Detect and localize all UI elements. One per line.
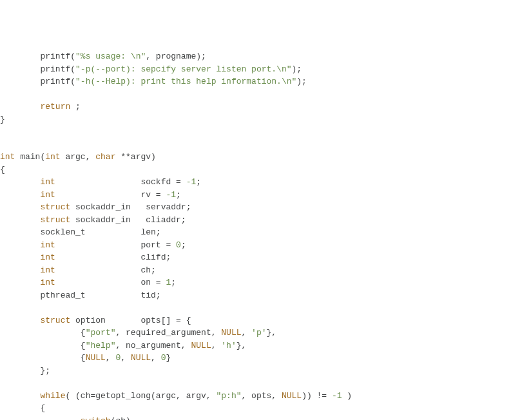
code-line [0,126,531,138]
token-func: printf [40,77,70,86]
token-punct: main( [15,152,45,162]
token-type: int [40,190,55,200]
token-str: "port" [86,328,116,338]
token-type: char [95,152,115,162]
code-line: }; [0,365,531,377]
token-punct: , [121,353,131,363]
token-const: NULL [282,391,302,401]
token-punct: sockaddr_in cliaddr; [70,215,186,225]
token-str: "-p(--port): sepcify server listen port.… [75,64,291,74]
token-punct: ); [296,77,307,86]
code-line [0,138,531,151]
code-line: { [0,402,531,415]
token-punct: , [151,353,161,363]
code-line: {"port", required_argument, NULL, 'p'}, [0,327,531,339]
code-line: switch(ch) [0,415,531,421]
code-line: struct sockaddr_in cliaddr; [0,214,531,227]
code-line: struct option opts[] = { [0,314,531,327]
token-const: NULL [131,353,151,363]
code-line: printf("-p(--port): sepcify server liste… [0,63,531,76]
token-punct: ; [196,177,201,187]
token-punct: sockfd = [55,177,186,187]
token-str: "%s usage: \n" [75,52,146,61]
code-line: int rv = -1; [0,189,531,202]
token-punct: ( [70,64,75,74]
code-line: } [0,113,531,126]
token-kw: struct [40,316,70,325]
token-const: NULL [86,353,106,363]
code-line: socklen_t len; [0,226,531,239]
token-const: NULL [221,328,241,338]
token-punct: port = [55,240,176,250]
token-punct: { [81,353,86,363]
token-punct: rv = [55,190,166,200]
token-punct: ch; [55,265,156,275]
token-punct: , required_argument, [115,328,221,338]
code-line: {"help", no_argument, NULL, 'h'}, [0,339,531,352]
token-const: NULL [191,341,211,350]
token-kw: return [40,102,70,111]
code-line: int port = 0; [0,239,531,252]
token-kw: struct [40,215,70,225]
token-func: printf [40,52,70,61]
token-punct: { [40,403,45,413]
token-num: -1 [186,177,197,187]
token-type: int [40,278,55,287]
token-punct: , progname); [146,52,206,61]
code-line [0,301,531,314]
token-punct: } [0,115,5,124]
code-block: printf("%s usage: \n", progname); printf… [0,50,531,420]
token-num: 0 [161,353,166,363]
code-line: int main(int argc, char **argv) [0,151,531,164]
code-line: pthread_t tid; [0,289,531,302]
token-punct: ( [70,52,75,61]
token-punct: }, [237,341,247,350]
token-punct: ( (ch=getopt_long(argc, argv, [65,391,216,401]
token-punct: }; [40,366,50,376]
token-punct: ) [342,391,352,401]
token-punct: socklen_t len; [40,227,160,237]
token-str: "help" [86,341,116,350]
token-num: 0 [176,240,181,250]
code-line: int sockfd = -1; [0,176,531,189]
code-line: struct sockaddr_in servaddr; [0,201,531,214]
token-punct: , no_argument, [115,341,191,350]
token-type: int [45,152,60,162]
code-line: { [0,164,531,177]
token-punct: clifd; [55,253,171,262]
token-num: -1 [166,190,176,200]
token-punct: sockaddr_in servaddr; [70,202,191,212]
token-punct: ; [181,240,186,250]
token-kw: switch [81,416,111,421]
token-type: int [40,265,55,275]
code-line [0,88,531,101]
code-line: int clifd; [0,251,531,264]
code-line: while( (ch=getopt_long(argc, argv, "p:h"… [0,390,531,403]
token-punct: { [0,165,5,175]
token-punct: , opts, [242,391,282,401]
token-punct: )) != [302,391,332,401]
token-type: int [40,240,55,250]
token-func: printf [40,64,70,74]
token-punct: } [166,353,171,363]
token-punct: ; [171,278,176,287]
token-kw: while [40,391,65,401]
code-line: printf("%s usage: \n", progname); [0,50,531,63]
token-num: -1 [332,391,342,401]
token-punct: }, [267,328,277,338]
token-punct: pthread_t tid; [40,291,160,300]
token-punct: { [81,341,86,350]
token-punct: argc, [61,152,96,162]
token-punct: on = [55,278,166,287]
code-line: int on = 1; [0,276,531,289]
code-line [0,377,531,390]
token-type: int [40,177,55,187]
token-punct: option opts[] = { [70,316,191,325]
token-punct: ; [176,190,181,200]
code-line: int ch; [0,264,531,277]
token-str: 'p' [251,328,266,338]
token-str: "p:h" [216,391,241,401]
token-punct: **argv) [115,152,155,162]
token-punct: (ch) [111,416,131,421]
token-punct: , [242,328,252,338]
